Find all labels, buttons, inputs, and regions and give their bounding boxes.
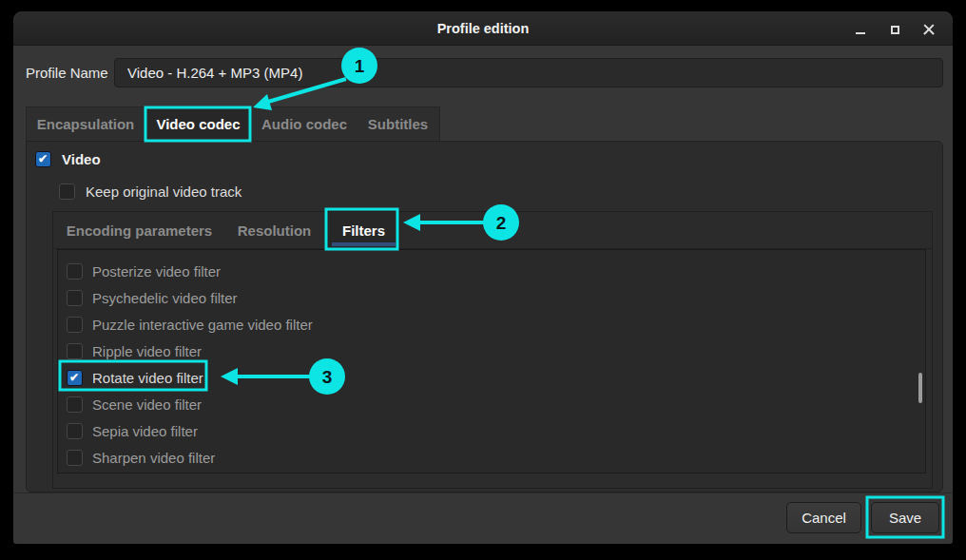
close-icon (923, 24, 935, 35)
filter-row-ripple[interactable]: Ripple video filter (58, 338, 925, 364)
filter-label: Psychedelic video filter (92, 290, 238, 306)
video-checkbox-label: Video (62, 151, 101, 167)
active-tab-underline (332, 242, 396, 246)
video-options-frame: Encoding parameters Resolution Filters P… (52, 211, 933, 489)
filter-label: Posterize video filter (92, 263, 221, 280)
filter-checkbox[interactable] (67, 343, 83, 359)
filter-checkbox[interactable] (67, 423, 83, 439)
video-checkbox-row[interactable]: Video (35, 151, 101, 167)
subtab-filters-label: Filters (342, 222, 385, 239)
keep-original-checkbox-row[interactable]: Keep original video track (59, 183, 242, 200)
profile-name-input[interactable] (114, 58, 943, 87)
tab-encapsulation[interactable]: Encapsulation (27, 107, 145, 141)
filter-row-psychedelic[interactable]: Psychedelic video filter (58, 284, 925, 311)
profile-name-label: Profile Name (26, 58, 108, 87)
filter-row-scene[interactable]: Scene video filter (58, 391, 925, 417)
tab-subtitles[interactable]: Subtitles (357, 107, 439, 141)
main-tab-bar: Encapsulation Video codec Audio codec Su… (26, 106, 440, 142)
minimize-button[interactable] (850, 19, 871, 40)
close-button[interactable] (918, 19, 939, 40)
window-title: Profile edition (13, 11, 953, 46)
scrollbar-thumb[interactable] (918, 373, 922, 403)
profile-edition-dialog: Profile edition Profile Name Encapsulati… (13, 11, 953, 544)
screen: Profile edition Profile Name Encapsulati… (0, 0, 966, 560)
sub-tab-bar: Encoding parameters Resolution Filters (53, 212, 932, 249)
save-button[interactable]: Save (871, 502, 939, 533)
titlebar[interactable]: Profile edition (13, 11, 953, 46)
minimize-icon (856, 32, 865, 34)
filter-checkbox[interactable] (67, 317, 83, 333)
filter-checkbox[interactable] (67, 290, 83, 306)
filter-checkbox-checked[interactable] (67, 370, 83, 386)
dialog-divider (13, 492, 953, 493)
filter-row-puzzle[interactable]: Puzzle interactive game video filter (58, 311, 925, 338)
filter-checkbox[interactable] (67, 263, 83, 280)
keep-original-checkbox[interactable] (59, 183, 75, 200)
maximize-icon (891, 26, 899, 34)
filter-label: Ripple video filter (92, 343, 202, 359)
keep-original-label: Keep original video track (86, 183, 242, 200)
filter-label: Puzzle interactive game video filter (92, 317, 313, 333)
tab-audio-codec[interactable]: Audio codec (252, 107, 357, 141)
filter-row-sepia[interactable]: Sepia video filter (58, 417, 925, 444)
filter-checkbox[interactable] (67, 396, 83, 413)
filter-checkbox[interactable] (67, 450, 83, 466)
video-checkbox[interactable] (35, 151, 51, 167)
filter-list[interactable]: Posterize video filter Psychedelic video… (57, 249, 926, 473)
filter-label: Sharpen video filter (92, 450, 215, 466)
filter-row-sharpen[interactable]: Sharpen video filter (58, 444, 925, 471)
filter-label: Scene video filter (92, 396, 202, 413)
subtab-resolution[interactable]: Resolution (222, 212, 327, 248)
subtab-filters[interactable]: Filters (327, 212, 400, 248)
subtab-encoding-parameters[interactable]: Encoding parameters (57, 212, 222, 248)
filter-label: Rotate video filter (92, 370, 203, 386)
filter-label: Sepia video filter (92, 423, 198, 439)
tab-video-codec[interactable]: Video codec (145, 107, 252, 141)
filter-row-posterize[interactable]: Posterize video filter (58, 258, 925, 284)
maximize-button[interactable] (884, 19, 905, 40)
cancel-button[interactable]: Cancel (786, 502, 861, 533)
filter-row-rotate[interactable]: Rotate video filter (58, 364, 925, 391)
